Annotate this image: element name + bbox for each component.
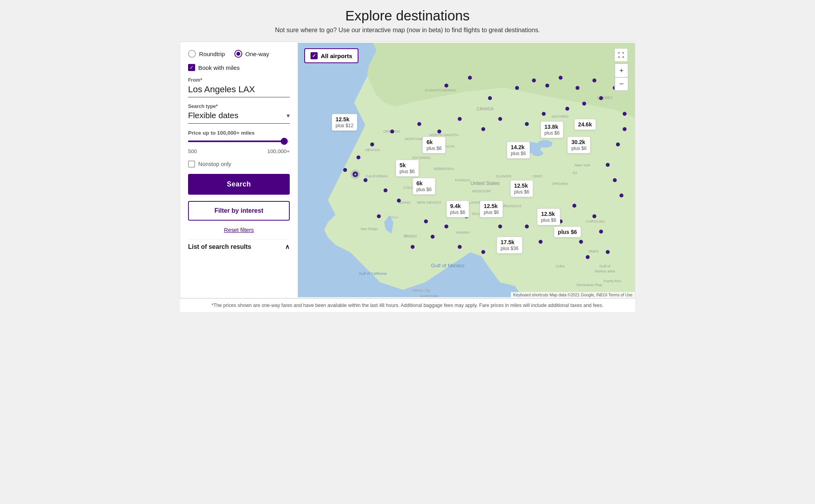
book-with-miles-option[interactable]: ✓ Book with miles: [188, 64, 290, 71]
map-dot[interactable]: [481, 127, 485, 131]
price-tag[interactable]: 12.5kplus $6: [510, 180, 534, 197]
lax-marker[interactable]: ✈: [350, 169, 361, 181]
map-dot[interactable]: [498, 117, 502, 121]
map-dot[interactable]: [515, 86, 519, 90]
map-dot[interactable]: [539, 240, 543, 244]
price-tag[interactable]: 17.5kplus $36: [497, 237, 522, 254]
map-dot[interactable]: [377, 214, 381, 218]
slider-thumb[interactable]: [281, 138, 288, 145]
search-button[interactable]: Search: [188, 174, 290, 195]
zoom-in-button[interactable]: +: [615, 64, 628, 77]
svg-text:UTAH: UTAH: [388, 215, 398, 219]
map-dot[interactable]: [565, 107, 569, 111]
map-dot[interactable]: [356, 155, 360, 159]
map-dot[interactable]: [481, 250, 485, 254]
map-dot[interactable]: [525, 225, 529, 228]
map-dot[interactable]: [592, 79, 596, 82]
svg-text:Gulf of California: Gulf of California: [359, 271, 387, 276]
map-dot[interactable]: [616, 142, 620, 146]
map-dot[interactable]: [424, 219, 428, 223]
price-slider-container: [188, 141, 290, 142]
map-dot[interactable]: [582, 102, 586, 106]
map-dot[interactable]: [417, 122, 421, 126]
list-results-row[interactable]: List of search results ∧: [188, 239, 290, 250]
map-dot[interactable]: [397, 199, 401, 203]
zoom-button-group: + −: [614, 63, 629, 91]
map-dot[interactable]: [572, 204, 576, 208]
map-dot[interactable]: [437, 130, 441, 133]
map-dot[interactable]: [599, 96, 603, 100]
map-dot[interactable]: [599, 230, 603, 234]
slider-range: 500 100,000+: [188, 148, 290, 154]
map-dot[interactable]: [545, 84, 549, 88]
map-dot[interactable]: [431, 235, 435, 239]
price-tag[interactable]: 12.5kplus $6: [537, 208, 560, 225]
map-dot[interactable]: [364, 178, 367, 182]
map-dot[interactable]: [488, 96, 492, 100]
price-tag[interactable]: 24.6k: [574, 119, 596, 130]
svg-text:CAROLINA: CAROLINA: [586, 219, 605, 223]
map-dot[interactable]: [458, 117, 462, 121]
map-dot[interactable]: [592, 214, 596, 218]
search-type-select[interactable]: Flexible dates ▾: [188, 111, 290, 124]
price-cash: plus $12: [336, 123, 353, 128]
price-miles: 12.5k: [484, 203, 499, 209]
map-dot[interactable]: [606, 250, 610, 254]
price-tag[interactable]: plus $6: [554, 226, 581, 237]
map-dot[interactable]: [468, 76, 472, 80]
nonstop-option[interactable]: Nonstop only: [188, 161, 290, 168]
map-dot[interactable]: [411, 245, 415, 249]
oneway-option[interactable]: One-way: [234, 50, 269, 58]
map-dot[interactable]: [498, 225, 502, 228]
map-dot[interactable]: [343, 168, 347, 172]
map-dot[interactable]: [370, 142, 374, 146]
roundtrip-radio[interactable]: [188, 50, 196, 58]
map-dot[interactable]: [525, 122, 529, 126]
map-dot[interactable]: [576, 86, 579, 90]
price-tag[interactable]: 12.5kplus $12: [332, 114, 357, 131]
map-dot[interactable]: [390, 130, 394, 133]
book-with-miles-checkbox[interactable]: ✓: [188, 64, 195, 71]
slider-track: [188, 141, 290, 142]
price-tag[interactable]: 14.2kplus $6: [507, 142, 530, 159]
map-dot[interactable]: [559, 76, 563, 80]
map-dot[interactable]: [613, 178, 617, 182]
svg-text:Mexico: Mexico: [404, 234, 417, 238]
map-dot[interactable]: [619, 194, 623, 197]
fullscreen-button[interactable]: [614, 48, 628, 62]
price-tag[interactable]: 30.2kplus $6: [567, 137, 590, 153]
search-type-label: Search type*: [188, 104, 290, 109]
map-dot[interactable]: [444, 225, 448, 228]
all-airports-button[interactable]: ✓ All airports: [304, 48, 358, 63]
from-input[interactable]: Los Angeles LAX: [188, 84, 290, 97]
map-dot[interactable]: [606, 163, 610, 167]
map-dot[interactable]: [444, 84, 448, 88]
from-field-group: From* Los Angeles LAX: [188, 77, 290, 97]
reset-filters-link[interactable]: Reset filters: [188, 227, 290, 233]
svg-text:Mexico City: Mexico City: [413, 289, 430, 292]
map-dot[interactable]: [384, 188, 387, 192]
nonstop-checkbox[interactable]: [188, 161, 195, 168]
filter-button[interactable]: Filter by interest: [188, 201, 290, 221]
map-dot[interactable]: [532, 79, 536, 82]
price-tag[interactable]: 12.5kplus $6: [480, 201, 503, 217]
price-tag[interactable]: 13.8kplus $6: [541, 121, 564, 138]
price-tag[interactable]: 9.4kplus $6: [446, 201, 470, 217]
price-tag[interactable]: 6kplus $6: [422, 137, 446, 153]
map-dot[interactable]: [586, 255, 590, 259]
price-cash: plus $6: [426, 146, 442, 151]
zoom-out-button[interactable]: −: [615, 77, 628, 91]
price-tag[interactable]: 6kplus $6: [413, 178, 436, 195]
map-dot[interactable]: [542, 112, 546, 116]
from-label: From*: [188, 77, 290, 83]
map-dot[interactable]: [623, 127, 627, 131]
map-dot[interactable]: [579, 240, 583, 244]
map-dot[interactable]: [458, 245, 462, 249]
map-dot[interactable]: [623, 112, 627, 116]
price-tag[interactable]: 5kplus $6: [396, 160, 419, 177]
price-miles: 12.5k: [541, 211, 556, 217]
svg-text:NEW MEXICO: NEW MEXICO: [417, 200, 441, 205]
svg-text:Guatemala: Guatemala: [420, 294, 438, 298]
roundtrip-option[interactable]: Roundtrip: [188, 50, 225, 58]
oneway-radio[interactable]: [234, 50, 242, 58]
